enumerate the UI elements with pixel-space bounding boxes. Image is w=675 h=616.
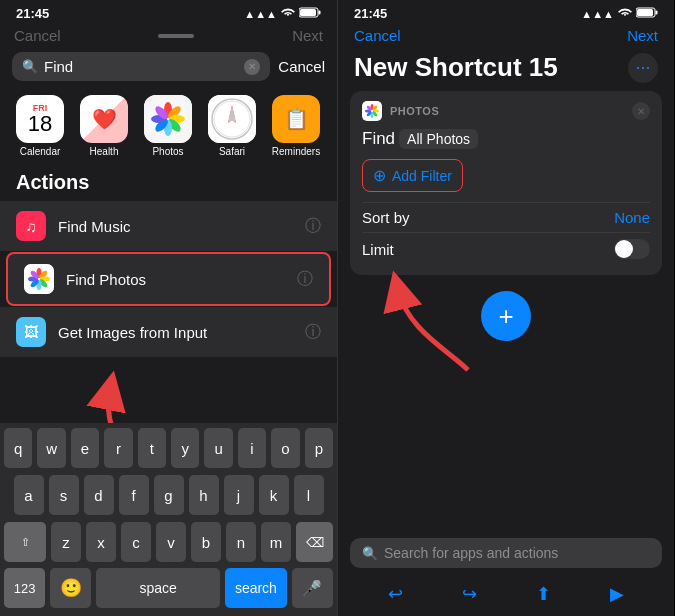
- app-item-photos[interactable]: Photos: [136, 95, 200, 157]
- add-action-fab[interactable]: +: [481, 291, 531, 341]
- key-s[interactable]: s: [49, 475, 79, 515]
- key-k[interactable]: k: [259, 475, 289, 515]
- search-bottom-placeholder: Search for apps and actions: [384, 545, 558, 561]
- sort-by-row: Sort by None: [362, 202, 650, 232]
- status-icons-right: ▲▲▲: [581, 7, 658, 20]
- status-icons-left: ▲▲▲: [244, 7, 321, 20]
- key-123[interactable]: 123: [4, 568, 45, 608]
- key-u[interactable]: u: [204, 428, 232, 468]
- svg-rect-2: [300, 9, 316, 16]
- photos-find-text: Find: [362, 129, 395, 149]
- status-bar-right: 21:45 ▲▲▲: [338, 0, 674, 25]
- app-label-health: Health: [90, 146, 119, 157]
- kb-row-2: a s d f g h j k l: [0, 470, 337, 517]
- action-item-getimages[interactable]: 🖼 Get Images from Input ⓘ: [0, 307, 337, 357]
- app-label-safari: Safari: [219, 146, 245, 157]
- shortcut-title: New Shortcut 15: [354, 52, 558, 83]
- right-cancel-btn[interactable]: Cancel: [354, 27, 401, 44]
- section-label: Actions: [0, 163, 337, 200]
- right-next-btn[interactable]: Next: [627, 27, 658, 44]
- key-e[interactable]: e: [71, 428, 99, 468]
- key-n[interactable]: n: [226, 522, 256, 562]
- key-l[interactable]: l: [294, 475, 324, 515]
- undo-icon[interactable]: ↩: [388, 583, 403, 605]
- app-label-reminders: Reminders: [272, 146, 320, 157]
- safari-app-icon: [208, 95, 256, 143]
- photos-card-action: Find All Photos: [362, 129, 650, 149]
- key-p[interactable]: p: [305, 428, 333, 468]
- key-g[interactable]: g: [154, 475, 184, 515]
- key-f[interactable]: f: [119, 475, 149, 515]
- search-bottom-icon: 🔍: [362, 546, 378, 561]
- key-o[interactable]: o: [271, 428, 299, 468]
- bottom-toolbar: ↩ ↪ ⬆ ▶: [338, 572, 674, 616]
- signal-icon-r: ▲▲▲: [581, 8, 614, 20]
- status-time-right: 21:45: [354, 6, 387, 21]
- key-c[interactable]: c: [121, 522, 151, 562]
- redo-icon[interactable]: ↪: [462, 583, 477, 605]
- getimages-info-icon[interactable]: ⓘ: [305, 322, 321, 343]
- search-cancel-btn[interactable]: Cancel: [278, 58, 325, 75]
- search-value: Find: [44, 58, 73, 75]
- music-icon: ♫: [16, 211, 46, 241]
- search-clear-btn[interactable]: ✕: [244, 59, 260, 75]
- photos-all-photos-btn[interactable]: All Photos: [399, 129, 478, 149]
- key-i[interactable]: i: [238, 428, 266, 468]
- play-icon[interactable]: ▶: [610, 583, 624, 605]
- key-backspace[interactable]: ⌫: [296, 522, 333, 562]
- key-j[interactable]: j: [224, 475, 254, 515]
- battery-icon: [299, 7, 321, 20]
- music-info-icon[interactable]: ⓘ: [305, 216, 321, 237]
- action-item-music[interactable]: ♫ Find Music ⓘ: [0, 201, 337, 251]
- limit-label: Limit: [362, 241, 394, 258]
- app-item-safari[interactable]: Safari: [200, 95, 264, 157]
- share-icon[interactable]: ⬆: [536, 583, 551, 605]
- key-b[interactable]: b: [191, 522, 221, 562]
- app-item-health[interactable]: ❤️ Health: [72, 95, 136, 157]
- keyboard: q w e r t y u i o p a s d f g h j k l ⇧ …: [0, 423, 337, 616]
- add-filter-row[interactable]: ⊕ Add Filter: [362, 159, 463, 192]
- key-z[interactable]: z: [51, 522, 81, 562]
- key-d[interactable]: d: [84, 475, 114, 515]
- cal-num: 18: [28, 113, 52, 135]
- kb-row-1: q w e r t y u i o p: [0, 423, 337, 470]
- key-v[interactable]: v: [156, 522, 186, 562]
- photos-info-icon[interactable]: ⓘ: [297, 269, 313, 290]
- wifi-icon-r: [618, 7, 632, 20]
- shortcut-menu-btn[interactable]: ···: [628, 53, 658, 83]
- key-x[interactable]: x: [86, 522, 116, 562]
- key-t[interactable]: t: [138, 428, 166, 468]
- key-m[interactable]: m: [261, 522, 291, 562]
- photos-card: PHOTOS ✕ Find All Photos ⊕ Add Filter So…: [350, 91, 662, 275]
- photos-card-header: PHOTOS ✕: [362, 101, 650, 121]
- key-emoji[interactable]: 🙂: [50, 568, 91, 608]
- status-bar-left: 21:45 ▲▲▲: [0, 0, 337, 25]
- photos-card-close-btn[interactable]: ✕: [632, 102, 650, 120]
- search-bottom-bar[interactable]: 🔍 Search for apps and actions: [350, 538, 662, 568]
- limit-toggle[interactable]: [614, 239, 650, 259]
- key-q[interactable]: q: [4, 428, 32, 468]
- key-shift[interactable]: ⇧: [4, 522, 46, 562]
- action-item-photos[interactable]: Find Photos ⓘ: [6, 252, 331, 306]
- key-search[interactable]: search: [225, 568, 287, 608]
- key-y[interactable]: y: [171, 428, 199, 468]
- key-a[interactable]: a: [14, 475, 44, 515]
- key-space[interactable]: space: [96, 568, 220, 608]
- svg-rect-1: [319, 11, 321, 15]
- sort-by-value[interactable]: None: [614, 209, 650, 226]
- left-next-btn[interactable]: Next: [292, 27, 323, 44]
- health-icon: ❤️: [80, 95, 128, 143]
- key-h[interactable]: h: [189, 475, 219, 515]
- wifi-icon: [281, 7, 295, 20]
- search-input-wrap[interactable]: 🔍 Find ✕: [12, 52, 270, 81]
- app-item-reminders[interactable]: 📋 Reminders: [264, 95, 328, 157]
- key-r[interactable]: r: [104, 428, 132, 468]
- add-filter-plus-icon: ⊕: [373, 166, 386, 185]
- battery-icon-r: [636, 7, 658, 20]
- key-w[interactable]: w: [37, 428, 65, 468]
- signal-icon: ▲▲▲: [244, 8, 277, 20]
- key-mic[interactable]: 🎤: [292, 568, 333, 608]
- left-cancel-btn[interactable]: Cancel: [14, 27, 61, 44]
- photos-card-app-label: PHOTOS: [390, 105, 624, 117]
- app-item-calendar[interactable]: FRI 18 Calendar: [8, 95, 72, 157]
